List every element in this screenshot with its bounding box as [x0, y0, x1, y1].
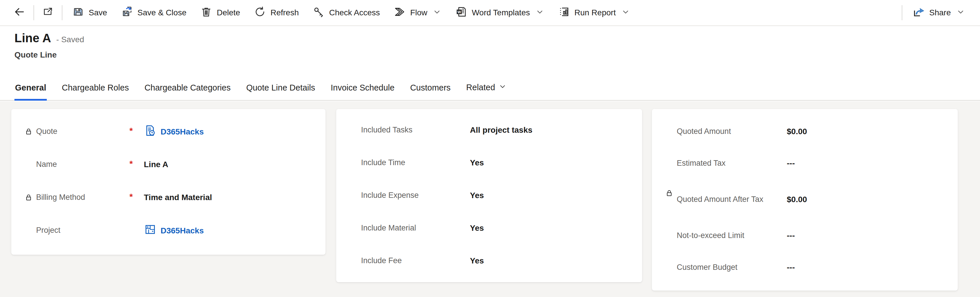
field-label: Include Fee [361, 255, 465, 266]
tab-quote-line-details[interactable]: Quote Line Details [245, 83, 316, 100]
delete-button[interactable]: Delete [193, 3, 247, 22]
required-marker: * [129, 192, 133, 201]
field-row-customer-budget: Customer Budget --- [652, 252, 958, 283]
quoted-amount-value[interactable]: $0.00 [787, 127, 949, 136]
field-label: Include Time [361, 157, 465, 168]
page-title: Line A [14, 31, 51, 45]
field-label: Billing Method [36, 192, 140, 203]
estimated-tax-value[interactable]: --- [787, 159, 949, 168]
field-label: Project [36, 225, 140, 236]
report-icon [558, 6, 570, 20]
back-button[interactable] [8, 3, 30, 22]
chevron-down-icon [498, 82, 507, 93]
tab-general[interactable]: General [14, 83, 47, 100]
quote-record-icon [144, 125, 156, 139]
trash-icon [200, 6, 212, 20]
include-fee-value[interactable]: Yes [470, 256, 633, 265]
command-bar: Save Save & Close Delete Refresh Check A [0, 0, 980, 26]
tab-chargeable-categories[interactable]: Chargeable Categories [144, 83, 231, 100]
required-marker: * [129, 159, 133, 169]
refresh-button[interactable]: Refresh [247, 3, 305, 22]
field-row-not-to-exceed-limit: Not-to-exceed Limit --- [652, 220, 958, 252]
tab-invoice-schedule[interactable]: Invoice Schedule [330, 83, 395, 100]
share-label: Share [929, 8, 951, 18]
field-label: Estimated Tax [677, 158, 781, 169]
save-close-icon [121, 6, 133, 20]
toolbar-divider [62, 5, 62, 20]
save-button[interactable]: Save [65, 3, 114, 22]
field-row-include-expense: Include Expense Yes [336, 179, 642, 212]
field-label: Quoted Amount [677, 126, 781, 137]
field-row-include-time: Include Time Yes [336, 146, 642, 179]
refresh-label: Refresh [270, 8, 299, 18]
tab-chargeable-roles[interactable]: Chargeable Roles [61, 83, 129, 100]
flow-button[interactable]: Flow [387, 3, 448, 22]
chevron-down-icon [956, 8, 965, 18]
form-body: Quote * D365Hacks Name * Line A Billin [0, 101, 980, 297]
lock-icon [25, 193, 33, 201]
pop-out-icon [42, 6, 54, 20]
run-report-label: Run Report [574, 8, 616, 18]
card-general-info: Quote * D365Hacks Name * Line A Billin [11, 109, 326, 255]
save-and-close-label: Save & Close [137, 8, 186, 18]
flow-label: Flow [410, 8, 427, 18]
word-templates-button[interactable]: W Word Templates [448, 3, 551, 22]
run-report-button[interactable]: Run Report [551, 3, 637, 22]
not-to-exceed-limit-value[interactable]: --- [787, 231, 949, 240]
key-icon [312, 6, 325, 20]
arrow-left-icon [13, 6, 25, 20]
quoted-amount-after-tax-value[interactable]: $0.00 [787, 195, 949, 204]
field-label: Included Tasks [361, 125, 465, 136]
field-row-billing-method: Billing Method * Time and Material [11, 181, 326, 214]
include-time-value[interactable]: Yes [470, 158, 633, 168]
include-expense-value[interactable]: Yes [470, 191, 633, 200]
toolbar-divider [33, 5, 34, 20]
svg-text:W: W [458, 10, 461, 14]
project-lookup-value[interactable]: D365Hacks [144, 223, 317, 238]
share-button[interactable]: Share [905, 3, 972, 22]
entity-subtitle: Quote Line [14, 50, 84, 59]
save-and-close-button[interactable]: Save & Close [114, 3, 194, 22]
name-field-value[interactable]: Line A [144, 160, 317, 169]
form-tabs: General Chargeable Roles Chargeable Cate… [0, 72, 980, 101]
flow-icon [394, 6, 406, 20]
field-row-project: Project D365Hacks [11, 214, 326, 247]
field-row-quoted-amount-after-tax: Quoted Amount After Tax $0.00 [652, 179, 958, 220]
quote-line-form-page: Save Save & Close Delete Refresh Check A [0, 0, 980, 297]
delete-label: Delete [216, 8, 240, 18]
lock-icon [665, 189, 673, 197]
tab-customers[interactable]: Customers [410, 83, 451, 100]
field-row-included-tasks: Included Tasks All project tasks [336, 113, 642, 146]
save-label: Save [89, 8, 107, 18]
save-status: - Saved [56, 35, 84, 44]
check-access-label: Check Access [329, 8, 380, 18]
field-label: Name [36, 159, 140, 170]
toolbar-divider [902, 5, 902, 20]
customer-budget-value[interactable]: --- [787, 263, 949, 272]
billing-method-value[interactable]: Time and Material [144, 193, 317, 202]
field-row-quote: Quote * D365Hacks [11, 115, 326, 148]
field-label: Quoted Amount After Tax [677, 194, 781, 205]
field-row-name: Name * Line A [11, 148, 326, 181]
card-amounts: Quoted Amount $0.00 Estimated Tax --- Qu… [652, 109, 958, 291]
required-marker: * [129, 126, 133, 136]
popout-record-button[interactable] [37, 3, 59, 22]
card-included-items: Included Tasks All project tasks Include… [336, 109, 642, 282]
save-icon [72, 6, 84, 20]
field-label: Customer Budget [677, 262, 781, 273]
refresh-icon [254, 6, 266, 20]
field-row-include-material: Include Material Yes [336, 212, 642, 244]
record-header: Line A - Saved Quote Line [14, 31, 84, 59]
field-label: Quote [36, 126, 140, 137]
word-templates-label: Word Templates [472, 8, 530, 18]
field-row-quoted-amount: Quoted Amount $0.00 [652, 116, 958, 147]
field-label: Include Material [361, 222, 465, 234]
chevron-down-icon [536, 8, 544, 18]
included-tasks-value[interactable]: All project tasks [470, 126, 633, 135]
tab-related[interactable]: Related [466, 82, 507, 100]
check-access-button[interactable]: Check Access [305, 3, 387, 22]
field-label: Include Expense [361, 190, 465, 201]
quote-lookup-value[interactable]: D365Hacks [144, 125, 317, 139]
field-label: Not-to-exceed Limit [677, 230, 781, 241]
include-material-value[interactable]: Yes [470, 224, 633, 233]
